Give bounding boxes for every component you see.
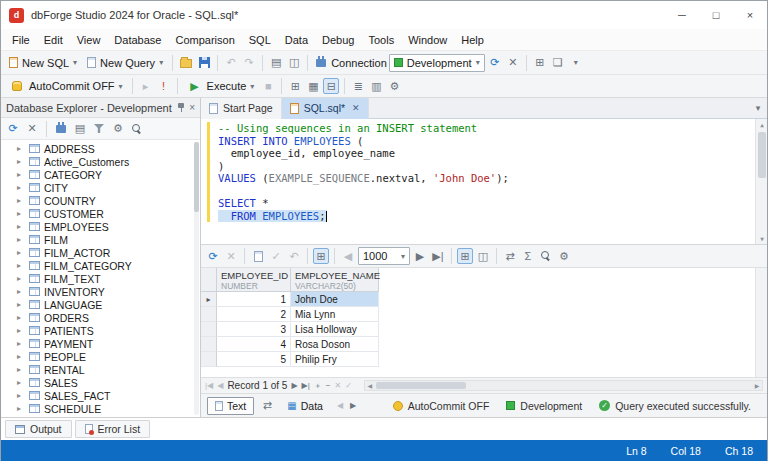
redo-icon[interactable]: ↷ bbox=[241, 55, 257, 71]
tab-data-view[interactable]: ▦ Data bbox=[280, 398, 330, 414]
swap-views-icon[interactable]: ⇄ bbox=[261, 398, 273, 414]
window-layout-icon[interactable]: ◫ bbox=[286, 55, 302, 71]
grid-cell[interactable]: Mia Lynn bbox=[291, 307, 379, 322]
card-view-icon[interactable]: ◫ bbox=[475, 248, 491, 264]
next-page-icon[interactable]: ▶ bbox=[412, 248, 428, 264]
expand-icon[interactable]: ▸ bbox=[17, 183, 25, 192]
open-file-icon[interactable] bbox=[178, 55, 194, 71]
disconnect-icon[interactable]: ✕ bbox=[505, 55, 521, 71]
results-docked-icon[interactable]: ⊟ bbox=[323, 78, 339, 94]
settings-gear-icon[interactable]: ⚙ bbox=[110, 121, 126, 137]
menu-sql[interactable]: SQL bbox=[242, 29, 278, 51]
tab-error-list[interactable]: Error List bbox=[75, 420, 151, 438]
transpose-icon[interactable]: ⇄ bbox=[502, 248, 518, 264]
tab-start-page[interactable]: Start Page bbox=[201, 98, 282, 119]
expand-icon[interactable]: ▸ bbox=[17, 352, 25, 361]
expand-icon[interactable]: ▸ bbox=[17, 170, 25, 179]
grid-cell[interactable]: 2 bbox=[217, 307, 291, 322]
explain-plan-icon[interactable]: ▦ bbox=[305, 78, 321, 94]
expand-icon[interactable]: ▸ bbox=[17, 248, 25, 257]
row-selector[interactable] bbox=[201, 337, 217, 352]
save-icon[interactable] bbox=[196, 55, 212, 71]
table-row[interactable]: ▸1John Doe bbox=[201, 292, 767, 307]
expand-icon[interactable]: ▸ bbox=[17, 222, 25, 231]
scroll-down-icon[interactable]: ▼ bbox=[756, 233, 767, 244]
menu-database[interactable]: Database bbox=[107, 29, 168, 51]
menu-view[interactable]: View bbox=[70, 29, 108, 51]
sql-editor[interactable]: -- Using sequences in an INSERT statemen… bbox=[201, 119, 767, 245]
delete-icon[interactable]: ✕ bbox=[24, 121, 40, 137]
format-sql-icon[interactable]: ≣ bbox=[350, 78, 366, 94]
fetch-all-icon[interactable]: ▶| bbox=[430, 248, 446, 264]
close-button[interactable]: × bbox=[733, 1, 767, 29]
scroll-tabs-left-icon[interactable]: ◀ bbox=[337, 401, 343, 410]
row-selector[interactable] bbox=[201, 352, 217, 367]
expand-icon[interactable]: ▸ bbox=[17, 300, 25, 309]
column-header-employee_name[interactable]: EMPLOYEE_NAMEVARCHAR2(50) bbox=[291, 268, 379, 292]
grid-cell[interactable]: 1 bbox=[217, 292, 291, 307]
expand-icon[interactable]: ▸ bbox=[17, 287, 25, 296]
tree-item-sales[interactable]: ▸SALES bbox=[1, 376, 200, 389]
tab-list-dropdown-icon[interactable]: ▾ bbox=[749, 103, 767, 113]
grid-cell[interactable]: Lisa Holloway bbox=[291, 322, 379, 337]
table-row[interactable]: 2Mia Lynn bbox=[201, 307, 767, 322]
close-panel-icon[interactable]: × bbox=[189, 102, 195, 113]
tree-item-schedule[interactable]: ▸SCHEDULE bbox=[1, 402, 200, 415]
refresh-icon[interactable]: ⟳ bbox=[205, 248, 221, 264]
scrollbar-thumb[interactable] bbox=[376, 382, 466, 389]
tab-text-view[interactable]: Text bbox=[207, 397, 254, 415]
expand-icon[interactable]: ▸ bbox=[17, 209, 25, 218]
editor-vertical-scrollbar[interactable]: ▲ ▼ bbox=[755, 119, 767, 244]
connection-select[interactable]: Development ▾ bbox=[389, 54, 485, 72]
menu-comparison[interactable]: Comparison bbox=[168, 29, 241, 51]
grid-cell[interactable]: 5 bbox=[217, 352, 291, 367]
grid-cell[interactable]: Rosa Doson bbox=[291, 337, 379, 352]
expand-icon[interactable]: ▸ bbox=[17, 313, 25, 322]
tree-item-film_category[interactable]: ▸FILM_CATEGORY bbox=[1, 259, 200, 272]
scrollbar-thumb[interactable] bbox=[758, 132, 766, 178]
refresh-connection-icon[interactable]: ⟳ bbox=[487, 55, 503, 71]
menu-file[interactable]: File bbox=[5, 29, 37, 51]
tree-item-category[interactable]: ▸CATEGORY bbox=[1, 168, 200, 181]
aggregates-icon[interactable]: Σ bbox=[520, 248, 536, 264]
refresh-icon[interactable]: ⟳ bbox=[5, 121, 21, 137]
row-selector[interactable]: ▸ bbox=[201, 292, 217, 307]
table-row[interactable]: 4Rosa Doson bbox=[201, 337, 767, 352]
toolbar-options-icon[interactable]: ▾ bbox=[568, 55, 584, 71]
new-connection-icon[interactable] bbox=[53, 121, 69, 137]
tree-item-active_customers[interactable]: ▸Active_Customers bbox=[1, 155, 200, 168]
row-selector[interactable] bbox=[201, 307, 217, 322]
commit-icon[interactable]: ✓ bbox=[268, 248, 284, 264]
expand-icon[interactable]: ▸ bbox=[17, 378, 25, 387]
pin-results-icon[interactable]: ⊞ bbox=[313, 248, 329, 264]
grid-view-icon[interactable]: ⊞ bbox=[457, 248, 473, 264]
new-sql-button[interactable]: New SQL ▾ bbox=[5, 55, 81, 71]
tree-item-address[interactable]: ▸ADDRESS bbox=[1, 142, 200, 155]
expand-icon[interactable]: ▸ bbox=[17, 365, 25, 374]
rollback-icon[interactable]: ↶ bbox=[286, 248, 302, 264]
menu-debug[interactable]: Debug bbox=[315, 29, 361, 51]
tree-item-film[interactable]: ▸FILM bbox=[1, 233, 200, 246]
delete-record-icon[interactable]: − bbox=[326, 381, 331, 390]
row-selector[interactable] bbox=[201, 322, 217, 337]
table-row[interactable]: 5Philip Fry bbox=[201, 352, 767, 367]
tree-scrollbar[interactable] bbox=[194, 142, 199, 415]
last-record-icon[interactable]: ▶| bbox=[302, 381, 310, 390]
menu-help[interactable]: Help bbox=[454, 29, 491, 51]
expand-icon[interactable]: ▸ bbox=[17, 326, 25, 335]
tree-item-people[interactable]: ▸PEOPLE bbox=[1, 350, 200, 363]
first-record-icon[interactable]: |◀ bbox=[205, 381, 213, 390]
search-icon[interactable] bbox=[129, 121, 145, 137]
column-header-employee_id[interactable]: EMPLOYEE_IDNUMBER bbox=[217, 268, 291, 292]
minimize-button[interactable]: ─ bbox=[665, 1, 699, 29]
tree-item-city[interactable]: ▸CITY bbox=[1, 181, 200, 194]
tree-item-payment[interactable]: ▸PAYMENT bbox=[1, 337, 200, 350]
tree-item-sales_fact[interactable]: ▸SALES_FACT bbox=[1, 389, 200, 402]
tree-item-film_actor[interactable]: ▸FILM_ACTOR bbox=[1, 246, 200, 259]
cancel-icon[interactable]: ✕ bbox=[223, 248, 239, 264]
append-record-icon[interactable]: ＋ bbox=[314, 380, 322, 391]
search-icon[interactable] bbox=[538, 248, 554, 264]
tree-item-customer[interactable]: ▸CUSTOMER bbox=[1, 207, 200, 220]
maximize-button[interactable]: □ bbox=[699, 1, 733, 29]
schema-browser-icon[interactable]: ⊞ bbox=[532, 55, 548, 71]
